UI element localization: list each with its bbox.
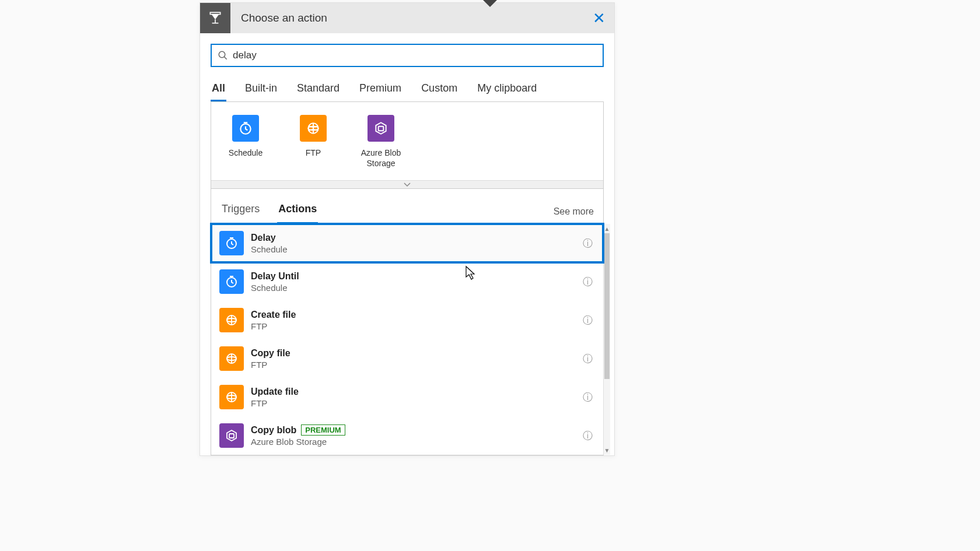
action-text: Update file FTP [251,387,580,408]
see-more-link[interactable]: See more [554,206,594,217]
ftp-icon [219,308,244,332]
dialog-title: Choose an action [230,12,584,24]
action-title: Delay [251,233,276,243]
action-subtitle: FTP [251,398,580,408]
connector-label: Azure Blob Storage [358,148,404,169]
info-icon[interactable]: ⓘ [580,429,595,443]
connectors-row: Schedule FTP Azure Blob Storage [211,102,603,180]
result-tabs: Triggers Actions See more [211,189,603,224]
svg-rect-0 [210,12,220,14]
blob-icon [368,115,394,142]
schedule-icon [219,269,244,294]
action-row-copy-blob[interactable]: Copy blob PREMIUM Azure Blob Storage ⓘ [211,416,603,455]
action-title: Copy file [251,348,290,359]
action-row-copy-file[interactable]: Copy file FTP ⓘ [211,339,603,378]
blob-icon [219,423,244,448]
action-text: Copy file FTP [251,348,580,370]
dialog-header: Choose an action ✕ [200,3,614,33]
action-title: Update file [251,387,299,397]
info-icon[interactable]: ⓘ [580,352,595,366]
premium-badge: PREMIUM [301,424,345,436]
info-icon[interactable]: ⓘ [580,237,595,250]
choose-action-dialog: Choose an action ✕ All Built-in Standard… [200,2,615,456]
svg-point-3 [219,51,225,58]
tab-all[interactable]: All [211,78,226,101]
schedule-icon [219,231,244,255]
action-list: Delay Schedule ⓘ Delay Until Schedule ⓘ [211,224,603,455]
connector-ftp[interactable]: FTP [290,115,336,169]
svg-rect-17 [229,434,234,438]
chevron-down-icon [404,183,411,187]
action-title: Delay Until [251,271,299,282]
action-text: Delay Schedule [251,233,580,254]
info-icon[interactable]: ⓘ [580,275,595,289]
action-row-update-file[interactable]: Update file FTP ⓘ [211,378,603,416]
svg-rect-8 [379,127,384,131]
scroll-down-icon[interactable]: ▼ [604,445,610,455]
action-subtitle: FTP [251,360,580,370]
action-row-create-file[interactable]: Create file FTP ⓘ [211,301,603,339]
action-subtitle: FTP [251,321,580,331]
connectors-panel: Schedule FTP Azure Blob Storage [211,101,604,189]
action-subtitle: Schedule [251,283,580,293]
tab-custom[interactable]: Custom [420,78,459,101]
connector-label: FTP [306,148,321,158]
close-button[interactable]: ✕ [584,3,614,33]
schedule-icon [232,115,259,142]
tab-builtin[interactable]: Built-in [244,78,278,101]
tab-triggers[interactable]: Triggers [220,199,261,223]
action-title: Copy blob [251,425,296,436]
action-text: Copy blob PREMIUM Azure Blob Storage [251,424,580,447]
svg-line-4 [224,57,227,59]
tab-premium[interactable]: Premium [358,78,402,101]
results-section: Triggers Actions See more Delay Schedule… [211,189,604,455]
tab-clipboard[interactable]: My clipboard [476,78,538,101]
ftp-icon [219,346,244,371]
action-subtitle: Schedule [251,244,580,254]
connector-schedule[interactable]: Schedule [223,115,268,169]
scroll-up-icon[interactable]: ▲ [604,224,610,233]
action-row-delay-until[interactable]: Delay Until Schedule ⓘ [211,262,603,301]
connector-blob[interactable]: Azure Blob Storage [358,115,404,169]
action-row-delay[interactable]: Delay Schedule ⓘ [211,224,603,262]
scrollbar[interactable]: ▲ ▼ [603,224,610,455]
close-icon: ✕ [593,9,606,27]
search-box[interactable] [211,44,604,67]
info-icon[interactable]: ⓘ [580,314,595,327]
ftp-icon [219,385,244,409]
scroll-thumb[interactable] [604,233,610,379]
action-text: Delay Until Schedule [251,271,580,293]
action-title: Create file [251,310,296,320]
tab-actions[interactable]: Actions [277,199,318,223]
connector-label: Schedule [229,148,262,158]
expand-connectors[interactable] [211,180,603,188]
search-input[interactable] [233,50,597,61]
search-icon [218,50,228,61]
search-container [200,33,614,78]
tab-standard[interactable]: Standard [296,78,341,101]
action-step-icon [200,3,230,33]
info-icon[interactable]: ⓘ [580,391,595,404]
category-tabs: All Built-in Standard Premium Custom My … [200,78,614,101]
insert-marker [483,0,497,7]
ftp-icon [300,115,327,142]
action-subtitle: Azure Blob Storage [251,437,580,447]
action-text: Create file FTP [251,310,580,331]
